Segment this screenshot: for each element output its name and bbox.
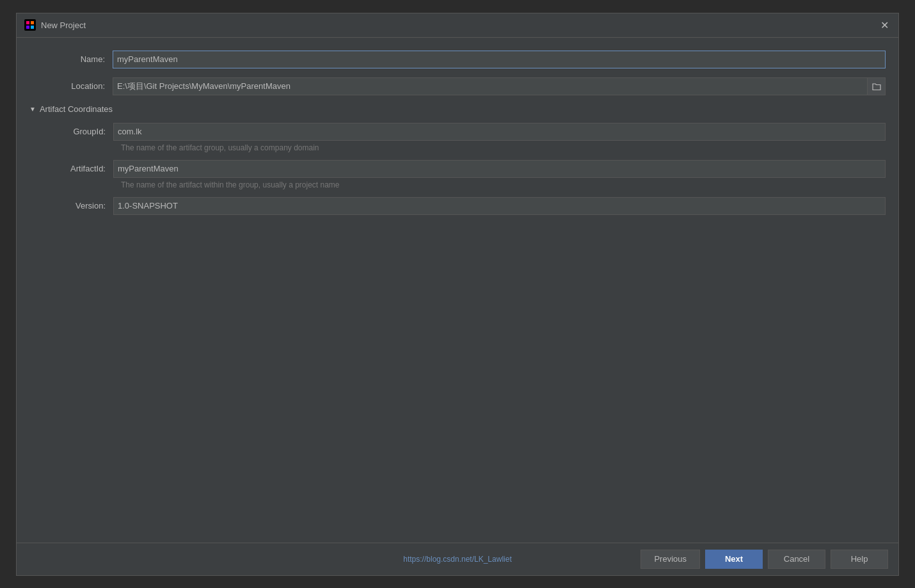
- title-bar-left: New Project: [24, 19, 86, 31]
- new-project-dialog: New Project ✕ Name: Location: ▼: [16, 13, 899, 576]
- artifact-coordinates-title: Artifact Coordinates: [40, 104, 113, 114]
- dialog-content: Name: Location: ▼ Artifact Coordinates: [17, 38, 898, 543]
- location-label: Location:: [29, 81, 113, 91]
- artifact-coordinates-arrow: ▼: [29, 106, 36, 113]
- footer-link: https://blog.csdn.net/LK_Lawliet: [403, 555, 511, 564]
- version-label: Version:: [40, 201, 113, 211]
- artifact-coordinates-section-header[interactable]: ▼ Artifact Coordinates: [29, 104, 886, 114]
- location-input[interactable]: [113, 77, 868, 95]
- name-row: Name:: [29, 51, 886, 68]
- version-row: Version:: [40, 197, 886, 215]
- folder-icon: [872, 82, 881, 91]
- dialog-footer: https://blog.csdn.net/LK_Lawliet Previou…: [17, 543, 898, 575]
- groupid-row: GroupId:: [40, 123, 886, 141]
- location-row: Location:: [29, 77, 886, 95]
- artifactid-input[interactable]: [113, 160, 886, 178]
- version-input[interactable]: [113, 197, 886, 215]
- title-bar: New Project ✕: [17, 13, 898, 38]
- name-label: Name:: [29, 54, 113, 64]
- svg-rect-3: [26, 26, 29, 29]
- app-icon: [24, 19, 36, 31]
- svg-rect-0: [24, 19, 36, 31]
- name-input[interactable]: [113, 51, 886, 68]
- artifactid-label: ArtifactId:: [40, 164, 113, 173]
- help-button[interactable]: Help: [831, 550, 888, 569]
- svg-rect-4: [31, 26, 34, 29]
- location-wrapper: [113, 77, 886, 95]
- groupid-label: GroupId:: [40, 127, 113, 136]
- next-button[interactable]: Next: [705, 550, 763, 569]
- artifactid-hint: The name of the artifact within the grou…: [121, 180, 886, 189]
- close-button[interactable]: ✕: [878, 19, 891, 31]
- location-browse-button[interactable]: [868, 77, 886, 95]
- svg-rect-1: [26, 21, 29, 24]
- artifact-section: GroupId: The name of the artifact group,…: [40, 123, 886, 215]
- cancel-button[interactable]: Cancel: [768, 550, 825, 569]
- groupid-input[interactable]: [113, 123, 886, 141]
- dialog-title: New Project: [41, 20, 86, 30]
- groupid-hint: The name of the artifact group, usually …: [121, 143, 886, 152]
- artifactid-row: ArtifactId:: [40, 160, 886, 178]
- svg-rect-2: [31, 21, 34, 24]
- previous-button[interactable]: Previous: [640, 550, 700, 569]
